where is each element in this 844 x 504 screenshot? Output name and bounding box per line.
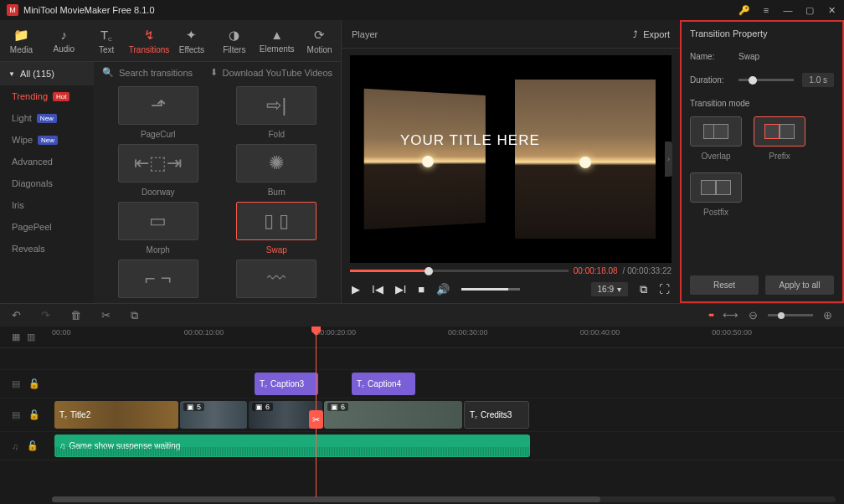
triangle-down-icon: ▼ [8, 70, 15, 78]
clip-title2[interactable]: T꜀Title2 [54, 401, 178, 429]
category-light[interactable]: LightNew [0, 107, 94, 129]
aspect-ratio-dropdown[interactable]: 16:9▾ [591, 282, 628, 296]
clip-video-3[interactable]: ▣6 [324, 401, 462, 429]
transition-pagecurl[interactable]: ⬏PageCurl [107, 86, 209, 139]
timeline-scrollbar[interactable] [52, 496, 836, 502]
text-clip-icon: T꜀ [357, 379, 364, 389]
zoom-out-button[interactable]: ⊖ [749, 309, 758, 321]
timeline-main-icon[interactable]: ▦ [12, 332, 20, 342]
text-clip-icon: T꜀ [59, 410, 67, 420]
name-value: Swap [738, 52, 759, 61]
mode-overlap[interactable]: Overlap [690, 116, 742, 161]
search-transitions[interactable]: 🔍Search transitions [102, 67, 193, 78]
transition-burn[interactable]: ✺Burn [226, 144, 328, 197]
play-button[interactable]: ▶ [352, 283, 360, 296]
redo-button[interactable]: ↷ [41, 309, 50, 321]
category-wipe[interactable]: WipeNew [0, 129, 94, 151]
text-clip-icon: T꜀ [470, 410, 477, 420]
clip-caption3[interactable]: T꜀Caption3 [255, 373, 318, 395]
clip-credits3[interactable]: T꜀Credits3 [464, 401, 529, 429]
playhead[interactable]: ✂ [316, 327, 316, 497]
close-icon[interactable]: ✕ [826, 4, 837, 16]
undo-button[interactable]: ↶ [12, 309, 21, 321]
time-ruler[interactable]: ▦▥ 00:00 00:00:10:00 00:00:20:00 00:00:3… [0, 327, 844, 348]
tab-motion[interactable]: ⟳Motion [298, 20, 341, 61]
export-button[interactable]: ⤴Export [633, 29, 670, 39]
crop-button[interactable]: ⧉ [131, 309, 138, 322]
category-iris[interactable]: Iris [0, 194, 94, 216]
stop-button[interactable]: ■ [418, 283, 425, 296]
minimize-icon[interactable]: — [782, 4, 794, 16]
mode-label: Transition mode [690, 99, 834, 108]
mode-prefix[interactable]: Prefix [754, 116, 805, 161]
category-all[interactable]: ▼All (115) [0, 62, 94, 85]
folder-icon: 📁 [13, 28, 29, 43]
reset-button[interactable]: Reset [690, 275, 759, 295]
snap-button[interactable]: ⟷ [723, 309, 738, 321]
playhead-split-icon[interactable]: ✂ [309, 410, 323, 429]
category-advanced[interactable]: Advanced [0, 151, 94, 172]
category-reveals[interactable]: Reveals [0, 238, 94, 260]
delete-button[interactable]: 🗑 [70, 309, 81, 321]
zoom-slider[interactable] [768, 314, 813, 316]
clip-video-2[interactable]: ▣5 [180, 401, 247, 429]
menu-icon[interactable]: ≡ [760, 4, 772, 16]
text-clip-icon: T꜀ [260, 379, 267, 389]
clip-caption4[interactable]: T꜀Caption4 [352, 373, 415, 395]
snapshot-button[interactable]: ⧉ [640, 283, 647, 296]
track-type-audio-icon: ♫ [12, 441, 18, 451]
tab-audio[interactable]: ♪Audio [43, 20, 85, 61]
duration-value[interactable]: 1.0 s [802, 73, 834, 87]
preview-viewport[interactable]: › YOUR TITLE HERE [350, 55, 672, 263]
audio-track: ♫🔓 ♫Game show suspense waiting [0, 432, 844, 460]
tab-media[interactable]: 📁Media [0, 20, 43, 61]
export-icon: ⤴ [633, 29, 638, 39]
tab-transitions[interactable]: ↯Transitions [128, 20, 171, 61]
lock-icon[interactable]: 🔓 [28, 378, 40, 389]
transition-doorway[interactable]: ⇤⬚⇥Doorway [107, 144, 209, 197]
preview-frame-right [515, 80, 656, 239]
transition-swap[interactable]: ▯ ▯Swap [226, 202, 328, 255]
name-label: Name: [690, 52, 730, 61]
mode-postfix[interactable]: Postfix [690, 172, 742, 217]
tab-text[interactable]: T꜀Text [85, 20, 128, 61]
clip-audio-1[interactable]: ♫Game show suspense waiting [54, 435, 530, 457]
zoom-in-button[interactable]: ⊕ [823, 309, 832, 321]
title-overlay: YOUR TITLE HERE [400, 132, 540, 149]
panel-collapse-handle[interactable]: › [665, 141, 672, 177]
split-button[interactable]: ✂ [101, 309, 111, 321]
fullscreen-button[interactable]: ⛶ [659, 283, 670, 296]
category-diagonals[interactable]: Diagonals [0, 172, 94, 194]
track-type-video-icon: ▤ [12, 409, 20, 420]
transition-icon: ↯ [144, 28, 155, 43]
prev-frame-button[interactable]: I◀ [372, 283, 383, 296]
next-frame-button[interactable]: ▶I [395, 283, 407, 296]
marker-button[interactable]: •• [708, 309, 713, 321]
transition-fold[interactable]: ⇨|Fold [226, 86, 328, 139]
filters-icon: ◑ [229, 28, 239, 43]
app-logo: M [7, 4, 18, 16]
tab-elements[interactable]: ▲Elements [255, 20, 298, 61]
volume-icon[interactable]: 🔊 [436, 283, 450, 296]
tab-filters[interactable]: ◑Filters [213, 20, 255, 61]
premium-icon[interactable]: 🔑 [738, 4, 750, 16]
transition-partial-1[interactable]: ⌐ ¬ [107, 260, 209, 303]
category-pagepeel[interactable]: PagePeel [0, 216, 94, 238]
transition-morph[interactable]: ▭Morph [107, 202, 209, 255]
volume-slider[interactable] [461, 288, 520, 291]
lock-icon[interactable]: 🔓 [28, 409, 40, 420]
download-icon: ⬇ [210, 67, 218, 78]
track-type-text-icon: ▤ [12, 378, 20, 389]
apply-all-button[interactable]: Apply to all [765, 275, 834, 295]
duration-slider[interactable] [738, 79, 794, 81]
caption-track: ▤🔓 T꜀Caption3 T꜀Caption4 [0, 370, 844, 399]
seek-bar[interactable] [350, 270, 569, 272]
text-icon: T꜀ [100, 28, 112, 43]
lock-icon[interactable]: 🔓 [27, 440, 39, 451]
timeline-sub-icon[interactable]: ▥ [27, 332, 35, 342]
transition-partial-2[interactable]: 〰 [226, 260, 328, 303]
maximize-icon[interactable]: ▢ [804, 4, 816, 16]
download-youtube[interactable]: ⬇Download YouTube Videos [210, 67, 333, 78]
category-trending[interactable]: TrendingHot [0, 85, 94, 107]
tab-effects[interactable]: ✦Effects [171, 20, 214, 61]
